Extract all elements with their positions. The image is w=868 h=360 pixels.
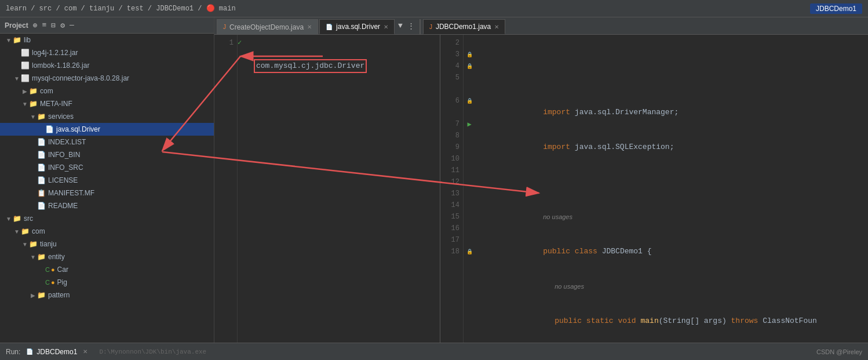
tree-item-services[interactable]: ▼ 📁 services <box>0 110 214 123</box>
breadcrumb: learn / src / com / tianju / test / JDBC… <box>6 4 236 13</box>
tree-item-license[interactable]: 📄 LICENSE <box>0 174 214 187</box>
tree-label-manifest: MANIFEST.MF <box>48 189 94 197</box>
tree-item-info-bin[interactable]: 📄 INFO_BIN <box>0 148 214 161</box>
tree-item-tianju[interactable]: ▼ 📁 tianju <box>0 238 214 250</box>
tree-label-readme: README <box>48 202 78 210</box>
tree-item-meta-inf[interactable]: ▼ 📁 META-INF <box>0 97 214 110</box>
line-2 <box>480 60 863 72</box>
tree-item-lib[interactable]: ▼ 📁 lib <box>0 34 214 46</box>
run-tab-label[interactable]: JDBCDemo1 <box>37 348 77 356</box>
tree-label-info-bin: INFO_BIN <box>48 151 80 159</box>
right-code-editor[interactable]: 2 3 4 5 6 7 8 9 10 11 12 13 <box>440 35 868 343</box>
tree-item-lombok[interactable]: ⬜ lombok-1.18.26.jar <box>0 59 214 72</box>
editor-pane-left: 1 ✓ com.mysql.cj.jdbc.Driver <box>214 35 440 343</box>
tab-label-jdbcdemo1: JDBCDemo1.java <box>436 23 491 31</box>
lock-icon-18: 🔒 <box>466 249 473 255</box>
tree-label-license: LICENSE <box>48 176 78 184</box>
tree-label-meta-inf: META-INF <box>40 100 72 108</box>
driver-highlight-box: com.mysql.cj.jdbc.Driver <box>254 59 367 73</box>
tab-menu-icon[interactable]: ⋮ <box>405 21 417 31</box>
tab-close-jdbcdemo1[interactable]: ✕ <box>494 24 499 30</box>
tab-java-sql-driver[interactable]: 📄 java.sql.Driver ✕ <box>319 19 395 34</box>
tree-item-car[interactable]: C● Car <box>0 263 214 276</box>
tab-create-object-demo[interactable]: J CreateObjectDemo.java ✕ <box>217 19 318 34</box>
lock-icon-3: 🔒 <box>466 52 473 58</box>
settings-icon[interactable]: ⚙ <box>60 21 65 30</box>
project-label: Project <box>5 21 28 30</box>
tab-dropdown-icon[interactable]: ▼ <box>396 21 405 30</box>
tree-label-tianju: tianju <box>40 240 57 248</box>
tree-item-mysql[interactable]: ▼ ⬜ mysql-connector-java-8.0.28.jar <box>0 72 214 85</box>
top-bar: learn / src / com / tianju / test / JDBC… <box>0 0 868 17</box>
line-8: // 1.类加载 <box>480 339 863 343</box>
tabs-bar: J CreateObjectDemo.java ✕ 📄 java.sql.Dri… <box>214 17 868 35</box>
right-line-numbers: 2 3 4 5 6 7 8 9 10 11 12 13 <box>440 35 464 343</box>
tree-label-pig: Pig <box>57 278 67 286</box>
tree-label-services: services <box>48 112 74 121</box>
tree-label-car: Car <box>57 266 68 274</box>
driver-line: com.mysql.cj.jdbc.Driver <box>254 60 435 72</box>
tree-label-mysql: mysql-connector-java-8.0.28.jar <box>32 74 129 82</box>
line-3: import java.sql.DriverManager; <box>480 95 863 107</box>
tree-item-pig[interactable]: C● Pig <box>0 276 214 289</box>
checkmark-icon: ✓ <box>238 37 242 49</box>
tree-item-com[interactable]: ▶ 📁 com <box>0 85 214 97</box>
tree-item-pattern[interactable]: ▶ 📁 pattern <box>0 289 214 301</box>
breadcrumb-area: learn / src / com / tianju / test / JDBC… <box>6 4 236 13</box>
tree-item-readme[interactable]: 📄 README <box>0 199 214 212</box>
main-layout: Project ⊕ ≡ ⊟ ⚙ — ▼ 📁 lib ⬜ log4j-1.2.12… <box>0 17 868 343</box>
line-5 <box>480 165 863 176</box>
tree-label-log4j: log4j-1.2.12.jar <box>32 49 78 57</box>
tab-close-create[interactable]: ✕ <box>307 24 312 30</box>
tree-item-com2[interactable]: ▼ 📁 com <box>0 225 214 238</box>
run-file-icon: 📄 <box>26 348 33 355</box>
left-code-content[interactable]: com.mysql.cj.jdbc.Driver <box>249 35 440 343</box>
tree-item-index-list[interactable]: 📄 INDEX.LIST <box>0 136 214 148</box>
right-tab-group: J JDBCDemo1.java ✕ <box>420 19 506 34</box>
terminal-line: D:\Mynonnon\JDK\bin\java.exe <box>99 348 206 355</box>
collapse-icon[interactable]: ≡ <box>42 21 47 30</box>
tree-item-info-src[interactable]: 📄 INFO_SRC <box>0 161 214 174</box>
right-code-content[interactable]: import java.sql.DriverManager; import ja… <box>475 35 868 343</box>
tree-item-java-sql-driver[interactable]: 📄 java.sql.Driver <box>0 123 214 136</box>
tree-label-src: src <box>24 214 33 223</box>
sidebar-tree: ▼ 📁 lib ⬜ log4j-1.2.12.jar ⬜ lombok-1.18… <box>0 34 214 343</box>
lock-icon-4: 🔒 <box>466 63 473 70</box>
sidebar: Project ⊕ ≡ ⊟ ⚙ — ▼ 📁 lib ⬜ log4j-1.2.12… <box>0 17 214 343</box>
tab-label-driver: java.sql.Driver <box>336 23 380 31</box>
editor-pane-right: 2 3 4 5 6 7 8 9 10 11 12 13 <box>440 35 868 343</box>
line-4: import java.sql.SQLException; <box>480 130 863 141</box>
line-6: public class JDBCDemo1 { <box>480 234 863 246</box>
run-tab-close[interactable]: ✕ <box>83 348 87 355</box>
tree-item-entity[interactable]: ▼ 📁 entity <box>0 250 214 263</box>
tree-label-entity: entity <box>48 253 65 261</box>
tree-label-index-list: INDEX.LIST <box>48 138 86 146</box>
tree-item-manifest[interactable]: 📋 MANIFEST.MF <box>0 187 214 199</box>
line-7: public static void main(String[] args) t… <box>480 304 863 315</box>
tree-label-lombok: lombok-1.18.26.jar <box>32 61 89 70</box>
minimize-icon[interactable]: — <box>70 21 74 30</box>
line-no-usages-1: no usages <box>480 199 863 211</box>
tree-label-com2: com <box>32 227 45 235</box>
tab-close-driver[interactable]: ✕ <box>384 24 388 30</box>
tree-label-info-src: INFO_SRC <box>48 163 83 172</box>
left-line-numbers: 1 <box>214 35 238 343</box>
run-label: Run: <box>6 348 20 356</box>
tree-label-lib: lib <box>24 36 31 44</box>
tree-label-java-sql-driver: java.sql.Driver <box>56 125 100 133</box>
run-dropdown[interactable]: JDBCDemo1 <box>810 3 862 14</box>
tree-label-pattern: pattern <box>48 291 70 299</box>
left-code-editor[interactable]: 1 ✓ com.mysql.cj.jdbc.Driver <box>214 35 440 343</box>
right-gutter: 🔒 🔒 🔒 ▶ <box>464 35 475 343</box>
run-icon[interactable]: ▶ <box>467 120 471 129</box>
run-tab-area: Run: 📄 JDBCDemo1 ✕ <box>6 348 87 356</box>
tab-label-create: CreateObjectDemo.java <box>229 23 304 31</box>
expand-icon[interactable]: ⊟ <box>51 21 56 30</box>
tree-item-log4j[interactable]: ⬜ log4j-1.2.12.jar <box>0 46 214 59</box>
left-gutter: ✓ <box>238 35 249 343</box>
add-icon[interactable]: ⊕ <box>33 21 38 30</box>
tree-label-com: com <box>40 87 53 95</box>
tab-jdbcdemo1[interactable]: J JDBCDemo1.java ✕ <box>423 19 505 34</box>
tree-item-src[interactable]: ▼ 📁 src <box>0 212 214 225</box>
sidebar-toolbar: Project ⊕ ≡ ⊟ ⚙ — <box>0 17 214 34</box>
